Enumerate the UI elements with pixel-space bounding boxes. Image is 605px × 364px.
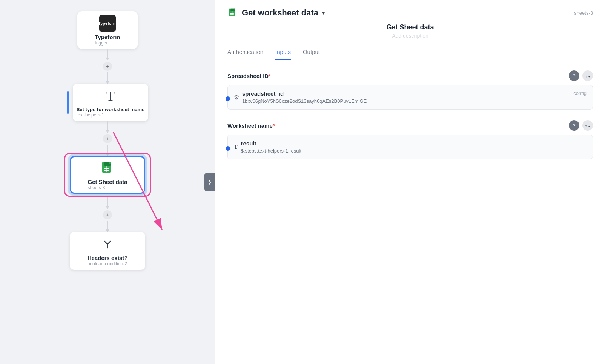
connector-5: [107, 197, 108, 209]
svg-rect-4: [111, 164, 111, 173]
spreadsheet-label: Spreadsheet ID*: [227, 73, 271, 79]
svg-rect-3: [109, 162, 111, 164]
node-sheets-wrapper: Get Sheet data sheets-3: [70, 156, 145, 194]
spreadsheet-value-sub: 1bxv66gNoY5hS6oze2odS13sayh6qAEs2B0PuyLE…: [242, 98, 367, 104]
typeform-logo: Typeform: [99, 15, 116, 32]
add-button-3[interactable]: +: [103, 210, 112, 219]
spreadsheet-actions: ? ⑂▾: [569, 70, 593, 81]
flow-container: Typeform Typeform trigger + T Set type f…: [15, 8, 200, 270]
svg-rect-8: [106, 166, 107, 172]
tab-authentication[interactable]: Authentication: [227, 45, 263, 60]
panel-id: sheets-3: [574, 10, 593, 16]
node-sheets-label: Get Sheet data: [88, 179, 127, 185]
spreadsheet-id-section: Spreadsheet ID* ? ⑂▾ ⚙ spreadsheet_id: [227, 70, 593, 110]
node-typeform-wrapper: Typeform Typeform trigger: [77, 11, 138, 49]
spreadsheet-options-button[interactable]: ⑂▾: [582, 70, 593, 81]
panel-description: Add description: [227, 33, 593, 39]
spreadsheet-help-button[interactable]: ?: [569, 70, 579, 81]
node-text-helpers[interactable]: T Set type for worksheet_name text-helpe…: [73, 84, 148, 121]
worksheet-options-button[interactable]: ⑂▾: [582, 120, 593, 131]
left-panel: ❯ Typeform Typeform trigger + T: [0, 0, 215, 364]
node-branch-label: Headers exist?: [88, 255, 128, 261]
spreadsheet-value-inner: ⚙ spreadsheet_id 1bxv66gNoY5hS6oze2odS13…: [234, 90, 570, 104]
node-branch[interactable]: Headers exist? boolean-condition-2: [70, 232, 145, 270]
collapse-button[interactable]: ❯: [204, 173, 215, 191]
worksheet-value-box: T result $.steps.text-helpers-1.result: [227, 135, 593, 159]
text-type-icon: T: [234, 144, 238, 150]
node-typeform[interactable]: Typeform Typeform trigger: [77, 11, 138, 49]
panel-title-row: Get worksheet data ▾ sheets-3: [227, 8, 593, 18]
connector-2: [107, 72, 108, 84]
node-text-label: Set type for worksheet_name: [77, 107, 145, 112]
node-typeform-sublabel: trigger: [95, 40, 120, 46]
add-button-2[interactable]: +: [103, 134, 112, 143]
spreadsheet-value-name: spreadsheet_id: [242, 90, 367, 97]
worksheet-actions: ? ⑂▾: [569, 120, 593, 131]
connector-1: [107, 49, 108, 60]
panel-title-text: Get worksheet data: [242, 8, 318, 18]
right-panel: Get worksheet data ▾ sheets-3 Get Sheet …: [215, 0, 605, 364]
worksheet-value-sub: $.steps.text-helpers-1.result: [241, 148, 301, 154]
svg-rect-17: [232, 11, 232, 15]
panel-body: Spreadsheet ID* ? ⑂▾ ⚙ spreadsheet_id: [215, 60, 605, 364]
tab-output[interactable]: Output: [303, 45, 320, 60]
node-sheets-sublabel: sheets-3: [88, 185, 127, 190]
worksheet-value-inner: T result $.steps.text-helpers-1.result: [234, 140, 587, 154]
sheets-title-icon: [227, 8, 238, 18]
spreadsheet-value-content: spreadsheet_id 1bxv66gNoY5hS6oze2odS13sa…: [242, 90, 367, 104]
node-typeform-label: Typeform: [95, 34, 120, 40]
node-text-row: T Set type for worksheet_name text-helpe…: [15, 84, 200, 121]
spreadsheet-label-row: Spreadsheet ID* ? ⑂▾: [227, 70, 593, 81]
worksheet-value-name: result: [241, 140, 301, 147]
panel-subtitle: Get Sheet data: [227, 23, 593, 31]
connector-4: [107, 145, 108, 156]
spreadsheet-value-box: ⚙ spreadsheet_id 1bxv66gNoY5hS6oze2odS13…: [227, 85, 593, 110]
connector-6: [107, 221, 108, 232]
add-button-1[interactable]: +: [103, 62, 112, 71]
node-text-sublabel: text-helpers-1: [77, 112, 145, 118]
gear-icon: ⚙: [234, 94, 239, 101]
panel-header: Get worksheet data ▾ sheets-3 Get Sheet …: [215, 0, 605, 60]
node-branch-sublabel: boolean-condition-2: [88, 261, 128, 266]
worksheet-blue-dot: [226, 146, 230, 151]
text-node-indicator: [67, 91, 69, 114]
worksheet-label: Worksheet name*: [227, 122, 275, 129]
panel-title: Get worksheet data ▾: [227, 8, 325, 18]
spreadsheet-config-label: config: [573, 90, 587, 96]
title-dropdown-icon[interactable]: ▾: [322, 10, 325, 16]
svg-rect-13: [234, 9, 235, 10]
worksheet-help-button[interactable]: ?: [569, 120, 579, 131]
worksheet-label-row: Worksheet name* ? ⑂▾: [227, 120, 593, 131]
connector-3: [107, 121, 108, 133]
branch-icon: [99, 236, 116, 252]
text-icon: T: [102, 88, 119, 104]
worksheet-value-content: result $.steps.text-helpers-1.result: [241, 140, 301, 154]
spreadsheet-value-row: ⚙ spreadsheet_id 1bxv66gNoY5hS6oze2odS13…: [234, 90, 587, 104]
tab-inputs[interactable]: Inputs: [275, 45, 291, 60]
spreadsheet-blue-dot: [226, 96, 230, 101]
worksheet-value-row: T result $.steps.text-helpers-1.result: [234, 140, 587, 154]
sheets-icon-node: [99, 160, 116, 176]
node-sheets[interactable]: Get Sheet data sheets-3: [70, 156, 145, 194]
worksheet-name-section: Worksheet name* ? ⑂▾ T result: [227, 120, 593, 159]
tab-bar: Authentication Inputs Output: [227, 45, 593, 60]
